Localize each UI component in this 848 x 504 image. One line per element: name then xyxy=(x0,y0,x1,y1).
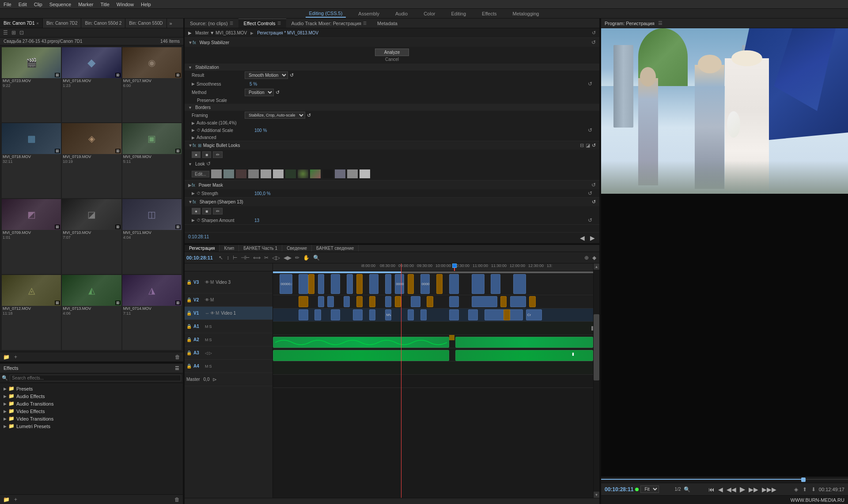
menu-marker[interactable]: Marker xyxy=(78,2,93,7)
transport-extract[interactable]: ⬇ xyxy=(810,486,817,493)
clip-v3-10[interactable]: 00000 xyxy=(395,274,405,294)
menu-edit[interactable]: Edit xyxy=(19,2,27,7)
strength-reset[interactable]: ↺ xyxy=(588,190,592,196)
timeline-tool-razor[interactable]: ✂ xyxy=(263,254,270,261)
bin-new-bin[interactable]: 📁 xyxy=(2,354,11,361)
look-preset-6[interactable] xyxy=(273,169,284,178)
look-preset-1[interactable] xyxy=(211,169,222,178)
menu-help[interactable]: Help xyxy=(141,2,151,7)
list-item[interactable]: ◭ ⊞ MVI_0713.MOV 4:06 xyxy=(62,275,121,350)
track-lock-a4[interactable]: 🔒 xyxy=(186,364,192,369)
a3-right-icon[interactable]: ▷ xyxy=(209,351,212,355)
timeline-tool-hand[interactable]: ✋ xyxy=(302,254,311,261)
clip-v3-1[interactable]: 00000.MTS xyxy=(280,274,292,294)
clip-v3-9[interactable] xyxy=(385,274,392,294)
v3-eye-icon[interactable]: 👁 xyxy=(205,280,209,285)
strength-expand[interactable]: ▶ xyxy=(192,191,195,196)
zoom-btn[interactable]: 🔍 xyxy=(682,486,692,493)
a1-s-icon[interactable]: S xyxy=(209,324,212,329)
timeline-snap[interactable]: ⊕ xyxy=(583,254,590,261)
list-item[interactable]: 🎬 ⊞ MVI_0723.MOV 9:22 xyxy=(2,47,61,122)
clip-v1-2[interactable] xyxy=(314,309,321,320)
clip-v2-8[interactable] xyxy=(395,296,401,307)
effects-menu-icon[interactable]: ☰ xyxy=(175,365,179,371)
master-clip-selector[interactable]: ▶ xyxy=(188,30,192,35)
clip-v2-1[interactable] xyxy=(299,296,308,307)
look-preset-11[interactable] xyxy=(335,169,345,178)
effects-new-preset[interactable]: + xyxy=(13,496,19,503)
workspace-tab-assembly[interactable]: Assembly xyxy=(355,10,383,17)
mbl-icon1[interactable]: ⊟ xyxy=(580,143,584,148)
a4-s-icon[interactable]: S xyxy=(209,364,212,369)
bin-delete[interactable]: 🗑 xyxy=(174,354,182,361)
clip-a2-main[interactable] xyxy=(273,337,449,348)
look-reset[interactable]: ↺ xyxy=(206,161,211,167)
a1-m-icon[interactable]: M xyxy=(205,324,208,329)
list-item[interactable]: ◩ ⊞ MVI_0709.MOV 1:01 xyxy=(2,199,61,274)
a2-m-icon[interactable]: M xyxy=(205,338,208,342)
scrollbar-thumb[interactable] xyxy=(594,314,599,381)
list-item[interactable]: ◮ ⊞ MVI_0714.MOV 7:11 xyxy=(122,275,182,350)
bin-tab-550d[interactable]: Bin: Canon 550D xyxy=(125,19,167,28)
mbl-btn-circle[interactable]: ● xyxy=(192,151,201,158)
sharpen-expand[interactable]: ▶ xyxy=(192,218,195,222)
transport-go-start[interactable]: ⏮ xyxy=(708,486,716,493)
track-lock-a1[interactable]: 🔒 xyxy=(186,324,192,329)
clip-v3-8[interactable] xyxy=(369,274,379,294)
add-scale-reset[interactable]: ↺ xyxy=(588,127,592,133)
fx-header-sharpen[interactable]: ▼ fx Sharpen (Sharpen 13) ↺ xyxy=(185,198,599,206)
clip-v2-2[interactable] xyxy=(318,296,325,307)
timeline-tool-zoom[interactable]: 🔍 xyxy=(312,254,321,261)
v1-mute-icon[interactable]: M xyxy=(216,311,219,316)
clip-v1-5[interactable] xyxy=(369,309,376,320)
clip-v3-12[interactable]: 00000. xyxy=(420,274,430,294)
power-mask-reset[interactable]: ↺ xyxy=(591,182,596,188)
scrollbar-down[interactable]: ▼ xyxy=(594,492,599,498)
program-scrubber[interactable] xyxy=(601,477,848,483)
ec-in-btn[interactable]: ▶ xyxy=(589,234,596,241)
ec-reset-icon[interactable]: ↺ xyxy=(592,30,596,36)
look-preset-12[interactable] xyxy=(347,169,358,178)
clip-v3-11[interactable] xyxy=(408,274,414,294)
master-go-to-in[interactable]: ⊳ xyxy=(211,376,218,383)
clip-v1-9[interactable] xyxy=(449,309,459,320)
clip-v3-7[interactable] xyxy=(356,274,363,294)
clip-v2-6[interactable] xyxy=(369,296,376,307)
clip-v2-9[interactable] xyxy=(411,296,420,307)
track-lock-a3[interactable]: 🔒 xyxy=(186,350,192,355)
timeline-tool-rolling[interactable]: ⊣⊢ xyxy=(239,254,251,261)
clip-v2-12[interactable] xyxy=(472,296,497,307)
workspace-tab-metalogging[interactable]: Metalogging xyxy=(509,10,543,17)
track-lock-v1[interactable]: 🔒 xyxy=(186,311,192,316)
clip-v1-1[interactable] xyxy=(299,309,308,320)
effects-tree-item-presets[interactable]: ▶ 📁 Presets xyxy=(0,385,183,392)
clip-v1-3[interactable] xyxy=(331,309,341,320)
mbl-btn-square[interactable]: ■ xyxy=(202,151,211,158)
clip-v2-15[interactable] xyxy=(529,296,536,307)
list-item[interactable]: ◪ ⊞ MVI_0710.MOV 7:07 xyxy=(62,199,121,274)
advanced-expand[interactable]: ▶ xyxy=(192,135,195,140)
menu-file[interactable]: File xyxy=(4,2,11,7)
timeline-tool-track-select[interactable]: ↕ xyxy=(225,254,231,261)
timeline-tool-pen[interactable]: ✏ xyxy=(294,254,301,261)
list-item[interactable]: ▦ ⊞ MVI_0718.MOV 32:11 xyxy=(2,123,61,198)
clip-v2-10[interactable] xyxy=(427,296,433,307)
clip-v3-6[interactable] xyxy=(347,274,353,294)
clip-v2-3[interactable] xyxy=(327,296,334,307)
effects-tree-item-video-effects[interactable]: ▶ 📁 Video Effects xyxy=(0,407,183,415)
effects-tree-item-lumetri[interactable]: ▶ 📁 Lumetri Presets xyxy=(0,422,183,430)
master-volume[interactable]: 0,0 xyxy=(204,377,210,382)
clip-v2-11[interactable] xyxy=(449,296,459,307)
a2-s-icon[interactable]: S xyxy=(209,338,212,342)
look-section-header[interactable]: ▼ Look ↺ xyxy=(185,160,599,168)
clip-v2-14[interactable] xyxy=(510,296,526,307)
clip-v1-12[interactable] xyxy=(504,309,510,320)
seq-tab-banket-svedenie[interactable]: БАНКЕТ сведение xyxy=(312,245,359,252)
effects-tree-item-audio-transitions[interactable]: ▶ 📁 Audio Transitions xyxy=(0,400,183,407)
transport-play-back[interactable]: ◀◀ xyxy=(726,486,737,493)
tab-source[interactable]: Source: (no clips) ☰ xyxy=(185,19,238,28)
menu-clip[interactable]: Clip xyxy=(34,2,42,7)
list-item[interactable]: ◉ ⊞ MVI_0717.MOV 6:00 xyxy=(122,47,182,122)
menu-sequence[interactable]: Sequence xyxy=(49,2,72,7)
mbl-icon2[interactable]: ◪ xyxy=(586,143,590,148)
